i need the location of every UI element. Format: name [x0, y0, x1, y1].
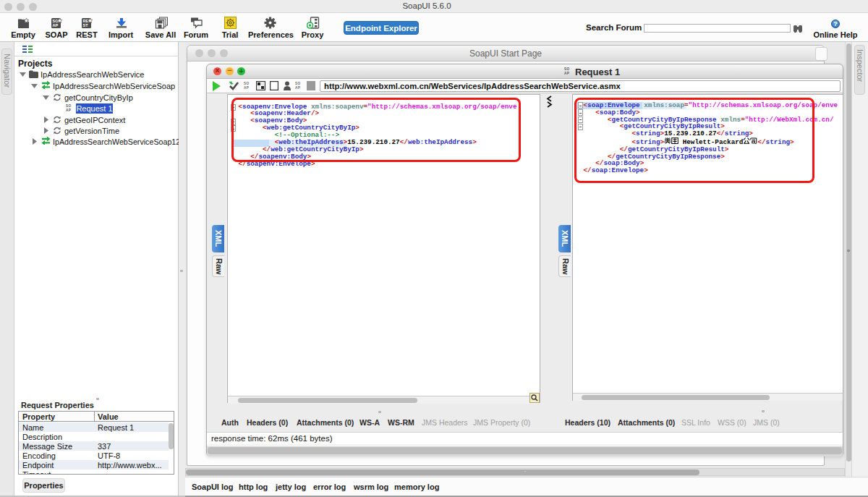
svg-text:ST: ST — [83, 23, 89, 27]
svg-text:AP: AP — [53, 23, 59, 27]
